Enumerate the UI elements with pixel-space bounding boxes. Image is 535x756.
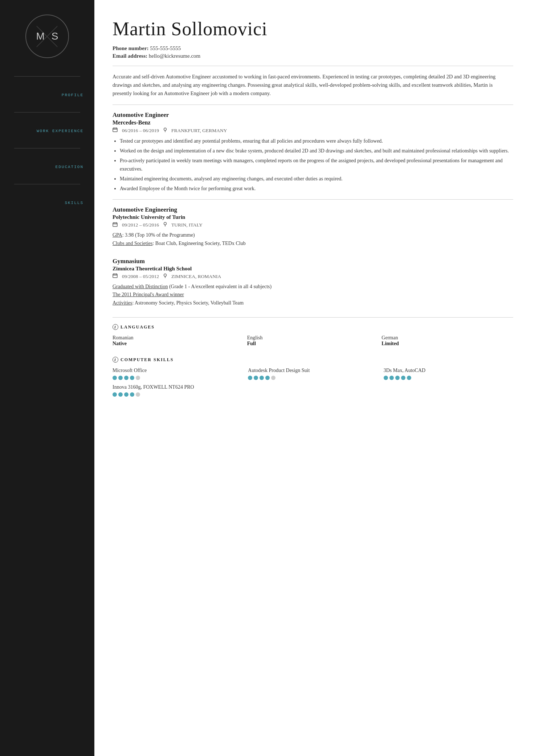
svg-point-10 — [164, 222, 167, 225]
bullet-0-4: Awarded Employee of the Month twice for … — [120, 184, 513, 193]
edu-calendar-icon-0 — [113, 222, 118, 228]
other-skill-dots-0 — [113, 392, 513, 397]
edu-date-location-0: 09/2012 – 05/2016 TURIN, ITALY — [113, 222, 513, 228]
dot-1-4 — [271, 376, 275, 380]
languages-info-icon: i — [113, 324, 118, 330]
other-dot-0-4 — [136, 392, 140, 397]
edu-institution-0: Polytechnic University of Turin — [113, 214, 513, 220]
edu-detail-1-0: Graduated with Distinction (Grade 1 - A/… — [113, 283, 513, 291]
dot-0-3 — [130, 376, 134, 380]
computer-info-icon: i — [113, 357, 118, 363]
edu-dates-0: 09/2012 – 05/2016 — [122, 222, 159, 228]
other-skill-name-0: Innova 3160g, FOXWELL NT624 PRO — [113, 384, 513, 390]
svg-point-4 — [164, 128, 167, 130]
skill-dots-1 — [248, 376, 377, 380]
education-section: Automotive Engineering Polytechnic Unive… — [113, 206, 513, 307]
profile-text: Accurate and self-driven Automotive Engi… — [113, 73, 513, 98]
skill-item-1: Autodesk Product Design Suit — [248, 368, 377, 380]
skill-dots-2 — [384, 376, 513, 380]
job-bullets-0: Tested car prototypes and identified any… — [120, 137, 513, 193]
skill-dots-0 — [113, 376, 242, 380]
edu-detail-text-0-1: : Boat Club, Engineering Society, TEDx C… — [152, 241, 245, 246]
work-divider — [113, 199, 513, 200]
edu-dates-1: 09/2008 – 05/2012 — [122, 274, 159, 279]
lang-level-1: Full — [247, 341, 379, 347]
skill-name-1: Autodesk Product Design Suit — [248, 368, 377, 373]
education-divider — [113, 317, 513, 318]
computer-title: COMPUTER SKILLS — [121, 357, 173, 363]
computer-skills-grid: Microsoft Office Autodesk Product Design… — [113, 368, 513, 380]
lang-level-2: Limited — [381, 341, 513, 347]
company-name-0: Mercedes-Benz — [113, 119, 513, 126]
contact-info: Phone number: 555-555-5555 Email address… — [113, 45, 513, 59]
phone-value: 555-555-5555 — [150, 45, 181, 51]
lang-name-text-1: English — [247, 335, 379, 341]
svg-rect-12 — [113, 274, 117, 278]
bullet-0-1: Worked on the design and implementation … — [120, 147, 513, 155]
header-divider — [113, 66, 513, 66]
initial-s: S — [52, 30, 58, 42]
job-location-0: FRANKFURT, GERMANY — [171, 128, 227, 134]
svg-point-16 — [164, 274, 167, 276]
sidebar-divider-2 — [14, 112, 80, 113]
other-dot-0-3 — [130, 392, 134, 397]
email-row: Email address: hello@kickresume.com — [113, 53, 513, 59]
bullet-0-0: Tested car prototypes and identified any… — [120, 137, 513, 145]
lang-name-text-2: German — [381, 335, 513, 341]
dot-0-2 — [124, 376, 128, 380]
languages-title-row: i LANGUAGES — [113, 324, 513, 330]
work-experience-section: Automotive Engineer Mercedes-Benz 06/201… — [113, 111, 513, 193]
dot-0-0 — [113, 376, 117, 380]
lang-name-1: English Full — [247, 335, 379, 347]
languages-grid: Romanian Native English Full German Limi… — [113, 335, 513, 347]
skills-section: i LANGUAGES Romanian Native English Full… — [113, 324, 513, 397]
edu-location-1: ZIMNICEA, ROMANIA — [171, 274, 221, 279]
edu-detail-text-0-0: : 3.98 (Top 10% of the Programme) — [122, 232, 195, 238]
calendar-icon-0 — [113, 127, 118, 134]
email-value: hello@kickresume.com — [149, 53, 201, 59]
edu-institution-1: Zimnicea Theoretical High School — [113, 266, 513, 272]
email-label: Email address: — [113, 53, 147, 59]
edu-calendar-icon-1 — [113, 273, 118, 279]
edu-pin-icon-0 — [163, 222, 167, 228]
avatar: M S — [25, 15, 69, 58]
edu-entry-0: Automotive Engineering Polytechnic Unive… — [113, 206, 513, 248]
phone-row: Phone number: 555-555-5555 — [113, 45, 513, 52]
svg-rect-0 — [113, 128, 117, 132]
other-skill-item-0: Innova 3160g, FOXWELL NT624 PRO — [113, 384, 513, 397]
edu-entry-1: Gymnasium Zimnicea Theoretical High Scho… — [113, 258, 513, 307]
edu-detail-1-1: The 2011 Principal's Award winner — [113, 291, 513, 299]
full-name: Martin Sollomovici — [113, 18, 513, 40]
job-title-0: Automotive Engineer — [113, 111, 513, 119]
edu-detail-0-1: Clubs and Societies: Boat Club, Engineer… — [113, 240, 513, 248]
skill-item-2: 3Ds Max, AutoCAD — [384, 368, 513, 380]
edu-degree-1: Gymnasium — [113, 258, 513, 265]
edu-date-location-1: 09/2008 – 05/2012 ZIMNICEA, ROMANIA — [113, 273, 513, 280]
edu-detail-label-1-1: The 2011 Principal's Award winner — [113, 292, 184, 297]
phone-label: Phone number: — [113, 45, 149, 51]
sidebar-divider-1 — [14, 76, 80, 77]
lang-level-0: Native — [113, 341, 244, 347]
dot-1-0 — [248, 376, 252, 380]
sidebar: M S PROFILE WORK EXPERIENCE EDUCATION SK… — [0, 0, 94, 756]
job-dates-0: 06/2016 – 06/2019 — [122, 128, 159, 134]
edu-location-0: TURIN, ITALY — [171, 222, 203, 228]
sidebar-section-profile: PROFILE — [0, 91, 94, 98]
svg-rect-6 — [113, 223, 117, 226]
edu-detail-label-1-0: Graduated with Distinction — [113, 284, 168, 289]
edu-detail-label-0-1: Clubs and Societies — [113, 241, 152, 246]
pin-icon-0 — [163, 127, 167, 134]
skill-name-0: Microsoft Office — [113, 368, 242, 373]
edu-detail-0-0: GPA: 3.98 (Top 10% of the Programme) — [113, 231, 513, 239]
bullet-0-3: Maintained engineering documents, analys… — [120, 175, 513, 183]
sidebar-label-profile: PROFILE — [62, 93, 83, 97]
dot-0-4 — [136, 376, 140, 380]
dot-2-3 — [401, 376, 405, 380]
other-dot-0-0 — [113, 392, 117, 397]
sidebar-divider-4 — [14, 184, 80, 184]
sidebar-label-work: WORK EXPERIENCE — [37, 129, 83, 133]
languages-title: LANGUAGES — [121, 324, 155, 330]
skill-name-2: 3Ds Max, AutoCAD — [384, 368, 513, 373]
sidebar-section-education: EDUCATION — [0, 163, 94, 169]
edu-detail-text-1-2: : Astronomy Society, Physics Society, Vo… — [132, 300, 244, 306]
